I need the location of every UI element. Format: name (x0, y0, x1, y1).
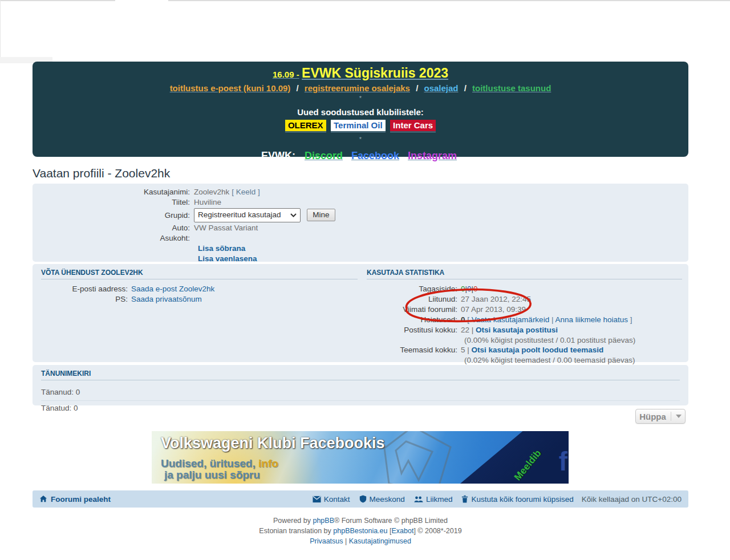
feedback-neutral[interactable]: 0 (467, 285, 472, 293)
translation-text: Estonian translation by (259, 527, 333, 535)
home-icon (39, 495, 47, 503)
stats-row-warnings: Hoiatused: 0 [ Vaata kasutajamärkeid | A… (367, 315, 682, 325)
sponsor-badge-olerex[interactable]: OLEREX (285, 120, 326, 131)
envelope-icon (313, 496, 321, 503)
sponsor-link-olerex[interactable]: OLEREX (285, 120, 326, 132)
pm-label: PS: (41, 294, 131, 305)
event-link-tasunud[interactable]: toitlustuse tasunud (472, 83, 551, 93)
banner-line3: ja palju uusi sõpru (164, 469, 260, 481)
give-warning-link[interactable]: Anna liikmele hoiatus (555, 315, 628, 324)
privacy-link[interactable]: Privaatsus (310, 537, 343, 545)
facebook-f-icon: f (559, 446, 567, 477)
vw-logo-outline (373, 431, 459, 484)
members-link[interactable]: Liikmed (414, 495, 453, 504)
view-user-notes-link[interactable]: Vaata kasutajamärkeid (472, 315, 549, 324)
team-link[interactable]: Meeskond (359, 495, 405, 504)
car-value: VW Passat Variant (194, 223, 258, 233)
event-date: 16.09 - (273, 70, 299, 79)
team-label: Meeskond (370, 495, 405, 504)
username: Zoolev2hk (194, 188, 229, 196)
banner-title: Volkswageni Klubi Facebookis (161, 435, 385, 452)
send-pm-link[interactable]: Saada privaatsõnum (131, 294, 202, 305)
sponsor-badges-row: OLEREX Terminal Oil Inter Cars (33, 120, 688, 132)
feedback-negative[interactable]: 0 (473, 285, 478, 293)
groups-select[interactable]: Registreeritud kasutajad (194, 208, 301, 222)
go-button[interactable]: Mine (307, 209, 335, 221)
event-title-link[interactable]: EVWK Sügiskruiis 2023 (302, 66, 448, 80)
username-value: Zoolev2hk[ Keeld ] (194, 187, 260, 197)
forum-home-link[interactable]: Foorumi pealeht (39, 495, 111, 504)
forum-home-label: Foorumi pealeht (51, 495, 111, 504)
topics-count: 5 | (461, 346, 469, 354)
terms-link[interactable]: Kasutajatingimused (349, 537, 411, 545)
announcement-banner: 16.09 - EVWK Sügiskruiis 2023 toitlustus… (33, 62, 688, 157)
contact-row-pm: PS: Saada privaatsõnum (41, 294, 358, 305)
translation-suffix: ] © 2008*-2019 (413, 527, 461, 535)
sponsor-link-terminal-oil[interactable]: Terminal Oil (331, 120, 386, 132)
contact-link[interactable]: Kontakt (313, 495, 350, 504)
profile-row-location: Asukoht: (33, 233, 688, 244)
event-link-registreerumine[interactable]: registreerumine osalejaks (305, 83, 410, 93)
search-user-posts-link[interactable]: Otsi kasutaja postitusi (476, 326, 558, 334)
jump-label: Hüppa (639, 412, 666, 421)
bracket: ] (630, 315, 632, 324)
screenshot-edge-artifact (0, 0, 1, 58)
timezone-note: Kõik kellaajad on UTC+02:00 (582, 495, 682, 504)
divider (367, 279, 682, 279)
feedback-positive[interactable]: 0 (461, 285, 465, 293)
instagram-link[interactable]: Instagram (408, 150, 457, 161)
thanks-row-given: Tänanud: 0 (41, 385, 680, 401)
event-links-row: toitlustus e-poest (kuni 10.09) / regist… (33, 83, 688, 93)
members-label: Liikmed (426, 495, 453, 504)
discord-link[interactable]: Discord (305, 150, 343, 161)
search-user-topics-link[interactable]: Otsi kasutaja poolt loodud teemasid (472, 346, 604, 354)
profile-row-groups: Grupid: Registreeritud kasutajad Mine (33, 208, 688, 223)
contact-row-email: E-posti aadress: Saada e-post Zoolev2hk (41, 284, 358, 294)
add-foe-link[interactable]: Lisa vaenlasena (198, 254, 688, 264)
banner-line2-text: Uudised, üritused, (161, 457, 258, 469)
send-email-link[interactable]: Saada e-post Zoolev2hk (131, 284, 214, 294)
joined-label: Liitunud: (367, 294, 461, 305)
thanked-value: 0 (76, 388, 80, 396)
event-link-osalejad[interactable]: osalejad (424, 83, 458, 93)
contact-column: VÕTA ÜHENDUST ZOOLEV2HK E-posti aadress:… (41, 269, 358, 305)
separator: | (551, 315, 554, 324)
page-title: Vaatan profiili - Zoolev2hk (33, 167, 170, 180)
footer-bar: Foorumi pealeht Kontakt Meeskond Liikmed… (33, 490, 688, 508)
event-link-toitlustus[interactable]: toitlustus e-poest (kuni 10.09) (170, 83, 291, 93)
screenshot-edge-artifact (168, 0, 730, 1)
star-separator: * (33, 136, 688, 143)
powered-by-text: Powered by (273, 517, 313, 525)
contact-stats-panel: VÕTA ÜHENDUST ZOOLEV2HK E-posti aadress:… (33, 264, 688, 362)
exabot-link[interactable]: Exabot (391, 527, 413, 535)
banner-line2: Uudised, üritused, info (161, 457, 278, 470)
social-prefix: EVWK: (261, 150, 295, 161)
phpbb-link[interactable]: phpBB (313, 517, 334, 525)
sponsor-badge-terminal-oil[interactable]: Terminal Oil (331, 120, 386, 131)
thanks-panel: TÄNUNIMEKIRI Tänanud: 0 Tänatud: 0 (33, 365, 688, 405)
posts-detail: (0.00% kõigist postitustest / 0.01 posti… (464, 335, 682, 345)
profile-row-car: Auto: VW Passat Variant (33, 223, 688, 233)
add-friend-link[interactable]: Lisa sõbrana (198, 244, 688, 254)
joined-value: 27 Jaan 2012, 22:45 (461, 294, 531, 305)
site-credits: Powered by phpBB® Forum Software © phpBB… (33, 516, 688, 546)
separator: / (464, 83, 467, 93)
phpbbestonia-link[interactable]: phpBBestonia.eu (333, 527, 387, 535)
separator: | (345, 537, 347, 545)
title-value: Huviline (194, 197, 221, 208)
jump-to-dropdown[interactable]: Hüppa (635, 409, 686, 424)
social-links-row: EVWK: Discord Facebook Instagram (33, 150, 688, 162)
thanked-label: Tänanud: (41, 388, 74, 396)
facebook-ad-banner[interactable]: Volkswageni Klubi Facebookis Uudised, ür… (152, 431, 569, 484)
facebook-link[interactable]: Facebook (351, 150, 399, 161)
sponsor-badge-inter-cars[interactable]: Inter Cars (390, 120, 436, 131)
thanks-row-received: Tänatud: 0 (41, 401, 680, 416)
delete-cookies-label: Kustuta kõik foorumi küpsised (471, 495, 573, 504)
warnings-count: 0 (461, 315, 465, 324)
ban-link[interactable]: [ Keeld ] (232, 188, 260, 196)
sponsor-link-inter-cars[interactable]: Inter Cars (390, 120, 436, 132)
warnings-value-group: 0 [ Vaata kasutajamärkeid | Anna liikmel… (461, 315, 632, 325)
credits-line1: Powered by phpBB® Forum Software © phpBB… (33, 516, 688, 526)
stats-column: KASUTAJA STATISTIKA Tagasiside: 0|0|0 Li… (367, 269, 682, 365)
delete-cookies-link[interactable]: Kustuta kõik foorumi küpsised (461, 495, 573, 504)
